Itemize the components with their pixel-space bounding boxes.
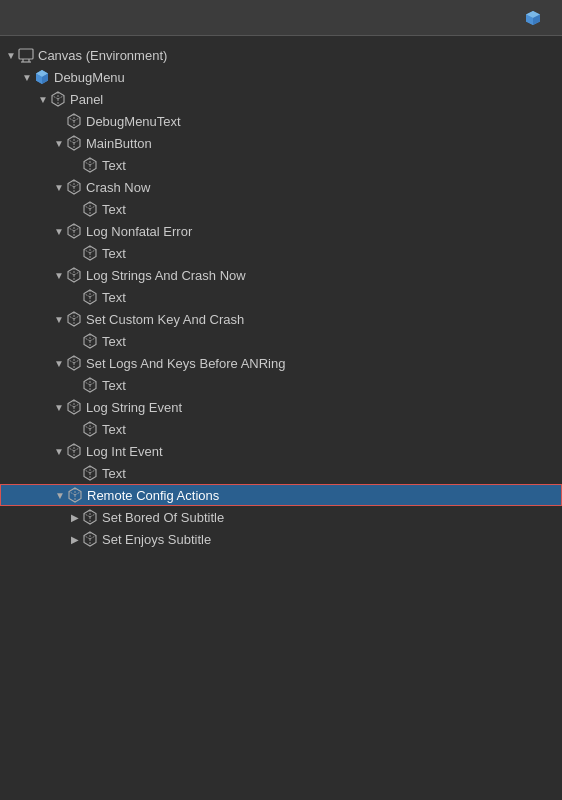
tree-arrow[interactable] xyxy=(52,358,66,369)
tree-arrow[interactable] xyxy=(68,534,82,545)
tree-row-lognonfatal-text[interactable]: Text xyxy=(0,242,562,264)
node-cube-icon xyxy=(82,157,98,173)
header-cube-icon xyxy=(524,9,542,27)
svg-line-59 xyxy=(90,294,96,298)
header-title xyxy=(524,9,550,27)
tree-arrow[interactable] xyxy=(52,270,66,281)
tree-row-logstring[interactable]: Log String Event xyxy=(0,396,562,418)
node-cube-icon xyxy=(82,333,98,349)
node-cube-icon xyxy=(66,179,82,195)
tree-row-debugmenutext[interactable]: DebugMenuText xyxy=(0,110,562,132)
svg-line-84 xyxy=(74,404,80,408)
node-cube-icon xyxy=(18,47,34,63)
svg-line-95 xyxy=(68,448,74,452)
node-label: Crash Now xyxy=(86,180,150,195)
svg-line-45 xyxy=(68,228,74,232)
svg-line-80 xyxy=(84,382,90,386)
tree-arrow[interactable] xyxy=(52,314,66,325)
tree-arrow[interactable] xyxy=(4,50,18,61)
node-label: Log String Event xyxy=(86,400,182,415)
svg-line-44 xyxy=(74,228,80,232)
tree-row-panel[interactable]: Panel xyxy=(0,88,562,110)
svg-line-64 xyxy=(74,316,80,320)
tree-arrow[interactable] xyxy=(52,138,66,149)
tree-row-logintevent-text[interactable]: Text xyxy=(0,462,562,484)
node-cube-icon xyxy=(82,289,98,305)
node-label: Text xyxy=(102,422,126,437)
svg-line-79 xyxy=(90,382,96,386)
tree-arrow[interactable] xyxy=(53,490,67,501)
svg-line-105 xyxy=(69,492,75,496)
tree-row-canvas[interactable]: Canvas (Environment) xyxy=(0,44,562,66)
node-cube-icon xyxy=(66,113,82,129)
tree-row-crashnow[interactable]: Crash Now xyxy=(0,176,562,198)
tree-row-mainbutton-text[interactable]: Text xyxy=(0,154,562,176)
node-label: MainButton xyxy=(86,136,152,151)
node-label: Set Custom Key And Crash xyxy=(86,312,244,327)
tree-arrow[interactable] xyxy=(20,72,34,83)
tree-arrow[interactable] xyxy=(52,226,66,237)
node-cube-icon xyxy=(50,91,66,107)
tree-row-mainbutton[interactable]: MainButton xyxy=(0,132,562,154)
tree-row-setenjoys[interactable]: Set Enjoys Subtitle xyxy=(0,528,562,550)
tree-row-setlogs[interactable]: Set Logs And Keys Before ANRing xyxy=(0,352,562,374)
node-label: Text xyxy=(102,158,126,173)
node-cube-icon xyxy=(82,201,98,217)
svg-line-50 xyxy=(84,250,90,254)
svg-line-15 xyxy=(52,96,58,100)
svg-line-75 xyxy=(68,360,74,364)
node-cube-icon xyxy=(66,135,82,151)
svg-line-14 xyxy=(58,96,64,100)
node-cube-icon xyxy=(66,267,82,283)
node-label: Text xyxy=(102,246,126,261)
svg-line-104 xyxy=(75,492,81,496)
tree-row-setcustom[interactable]: Set Custom Key And Crash xyxy=(0,308,562,330)
tree-row-lognonfatal[interactable]: Log Nonfatal Error xyxy=(0,220,562,242)
svg-line-55 xyxy=(68,272,74,276)
tree-row-crashnow-text[interactable]: Text xyxy=(0,198,562,220)
svg-line-114 xyxy=(90,536,96,540)
node-cube-icon xyxy=(82,531,98,547)
tree-row-logintevent[interactable]: Log Int Event xyxy=(0,440,562,462)
tree-row-setcustom-text[interactable]: Text xyxy=(0,330,562,352)
svg-line-19 xyxy=(74,118,80,122)
node-cube-icon xyxy=(66,443,82,459)
node-label: Set Bored Of Subtitle xyxy=(102,510,224,525)
tree-arrow[interactable] xyxy=(36,94,50,105)
svg-line-34 xyxy=(74,184,80,188)
svg-line-89 xyxy=(90,426,96,430)
tree-row-logstring-text[interactable]: Text xyxy=(0,418,562,440)
tree-arrow[interactable] xyxy=(52,182,66,193)
svg-line-39 xyxy=(90,206,96,210)
svg-rect-4 xyxy=(19,49,33,59)
tree-arrow[interactable] xyxy=(68,512,82,523)
svg-line-29 xyxy=(90,162,96,166)
node-label: Text xyxy=(102,202,126,217)
node-cube-icon xyxy=(82,245,98,261)
svg-line-94 xyxy=(74,448,80,452)
tree-row-setlogs-text[interactable]: Text xyxy=(0,374,562,396)
tree-row-setbored[interactable]: Set Bored Of Subtitle xyxy=(0,506,562,528)
node-label: DebugMenu xyxy=(54,70,125,85)
node-label: Text xyxy=(102,334,126,349)
svg-line-40 xyxy=(84,206,90,210)
tree-row-remoteconfig[interactable]: Remote Config Actions xyxy=(0,484,562,506)
tree-arrow[interactable] xyxy=(52,446,66,457)
tree-row-logstrings-text[interactable]: Text xyxy=(0,286,562,308)
svg-line-49 xyxy=(90,250,96,254)
svg-line-90 xyxy=(84,426,90,430)
node-cube-icon xyxy=(82,377,98,393)
svg-line-65 xyxy=(68,316,74,320)
tree-container[interactable]: Canvas (Environment) DebugMenu Panel Deb… xyxy=(0,36,562,800)
tree-row-debugmenu[interactable]: DebugMenu xyxy=(0,66,562,88)
node-label: Text xyxy=(102,290,126,305)
node-cube-icon xyxy=(67,487,83,503)
svg-line-109 xyxy=(90,514,96,518)
svg-line-54 xyxy=(74,272,80,276)
node-label: Panel xyxy=(70,92,103,107)
tree-arrow[interactable] xyxy=(52,402,66,413)
header xyxy=(0,0,562,36)
node-label: Set Enjoys Subtitle xyxy=(102,532,211,547)
tree-row-logstrings[interactable]: Log Strings And Crash Now xyxy=(0,264,562,286)
svg-line-60 xyxy=(84,294,90,298)
